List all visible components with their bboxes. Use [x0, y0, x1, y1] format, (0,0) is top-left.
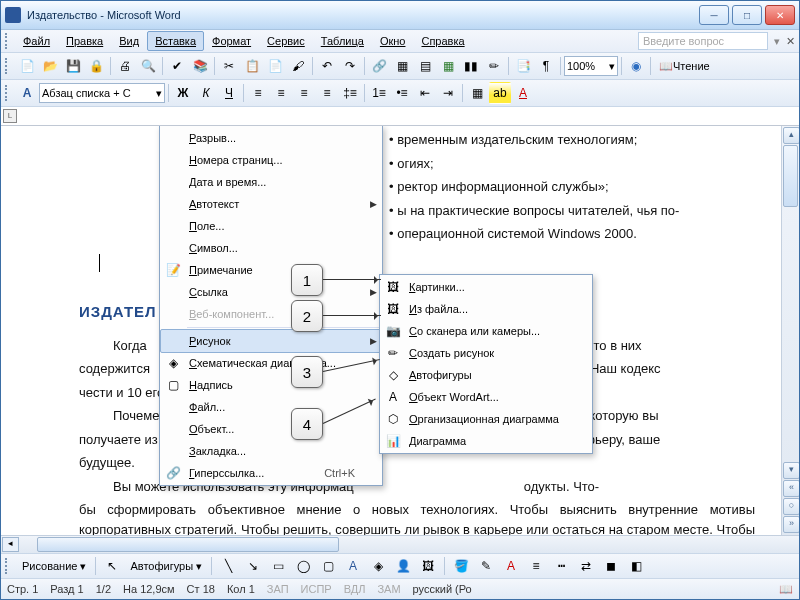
open-icon[interactable]: 📂 — [39, 55, 61, 77]
arrow-style-icon[interactable]: ⇄ — [575, 555, 597, 577]
line-spacing-icon[interactable]: ‡≡ — [339, 82, 361, 104]
copy-icon[interactable]: 📋 — [241, 55, 263, 77]
permission-icon[interactable]: 🔒 — [85, 55, 107, 77]
help-icon[interactable]: ◉ — [625, 55, 647, 77]
toolbar-handle[interactable] — [5, 85, 11, 101]
status-language[interactable]: русский (Ро — [413, 583, 472, 595]
maximize-button[interactable]: □ — [732, 5, 762, 25]
insert-menu-item[interactable]: Веб-компонент... — [161, 303, 381, 325]
font-color-icon[interactable]: A — [512, 82, 534, 104]
scroll-thumb[interactable] — [783, 145, 798, 207]
scroll-left-icon[interactable]: ◂ — [2, 537, 19, 552]
insert-menu-item[interactable]: Разрыв... — [161, 127, 381, 149]
arrow-icon[interactable]: ↘ — [242, 555, 264, 577]
increase-indent-icon[interactable]: ⇥ — [437, 82, 459, 104]
print-icon[interactable]: 🖨 — [114, 55, 136, 77]
menu-view[interactable]: Вид — [111, 31, 147, 51]
scroll-up-icon[interactable]: ▴ — [783, 127, 799, 144]
style-combo[interactable]: Абзац списка + С▾ — [39, 83, 165, 103]
ruler[interactable]: L — [1, 107, 799, 126]
insert-menu-item[interactable]: Файл... — [161, 396, 381, 418]
menu-dropdown-icon[interactable]: ▾ — [774, 35, 780, 48]
line-color-icon[interactable]: ✎ — [475, 555, 497, 577]
preview-icon[interactable]: 🔍 — [137, 55, 159, 77]
status-book-icon[interactable]: 📖 — [779, 583, 793, 596]
clipart-icon[interactable]: 👤 — [392, 555, 414, 577]
redo-icon[interactable]: ↷ — [339, 55, 361, 77]
status-ovr[interactable]: ЗАМ — [377, 583, 400, 595]
menu-edit[interactable]: Правка — [58, 31, 111, 51]
picture-submenu-item[interactable]: 🖼Из файла... — [381, 298, 591, 320]
menu-help[interactable]: Справка — [413, 31, 472, 51]
highlight-icon[interactable]: ab — [489, 82, 511, 104]
line-style-icon[interactable]: ≡ — [525, 555, 547, 577]
menu-close-icon[interactable]: ✕ — [786, 35, 795, 48]
paste-icon[interactable]: 📄 — [264, 55, 286, 77]
insert-menu-item[interactable]: Ссылка▶ — [161, 281, 381, 303]
save-icon[interactable]: 💾 — [62, 55, 84, 77]
format-painter-icon[interactable]: 🖌 — [287, 55, 309, 77]
insert-menu-item[interactable]: Автотекст▶ — [161, 193, 381, 215]
numbered-list-icon[interactable]: 1≡ — [368, 82, 390, 104]
tables-borders-icon[interactable]: ▦ — [391, 55, 413, 77]
columns-icon[interactable]: ▮▮ — [460, 55, 482, 77]
new-icon[interactable]: 📄 — [16, 55, 38, 77]
styles-pane-icon[interactable]: A — [16, 82, 38, 104]
horizontal-scrollbar[interactable]: ◂ — [1, 535, 799, 553]
italic-icon[interactable]: К — [195, 82, 217, 104]
prev-page-icon[interactable]: « — [783, 480, 799, 497]
select-browse-icon[interactable]: ○ — [783, 498, 799, 515]
minimize-button[interactable]: ─ — [699, 5, 729, 25]
hscroll-thumb[interactable] — [37, 537, 339, 552]
hyperlink-icon[interactable]: 🔗 — [368, 55, 390, 77]
excel-icon[interactable]: ▦ — [437, 55, 459, 77]
insert-table-icon[interactable]: ▤ — [414, 55, 436, 77]
spell-icon[interactable]: ✔ — [166, 55, 188, 77]
picture-submenu-item[interactable]: 🖼Картинки... — [381, 276, 591, 298]
insert-menu-item[interactable]: Объект... — [161, 418, 381, 440]
decrease-indent-icon[interactable]: ⇤ — [414, 82, 436, 104]
shadow-icon[interactable]: ◼ — [600, 555, 622, 577]
next-page-icon[interactable]: » — [783, 516, 799, 533]
research-icon[interactable]: 📚 — [189, 55, 211, 77]
scroll-down-icon[interactable]: ▾ — [783, 462, 799, 479]
align-right-icon[interactable]: ≡ — [293, 82, 315, 104]
document-area[interactable]: временным издательским технологиям; огия… — [1, 126, 799, 535]
borders-icon[interactable]: ▦ — [466, 82, 488, 104]
tab-selector[interactable]: L — [3, 109, 17, 123]
line-icon[interactable]: ╲ — [217, 555, 239, 577]
picture-icon[interactable]: 🖼 — [417, 555, 439, 577]
insert-menu-item[interactable]: ◈Схематическая диаграмма... — [161, 352, 381, 374]
toolbar-handle[interactable] — [5, 58, 11, 74]
menu-tools[interactable]: Сервис — [259, 31, 313, 51]
fill-color-icon[interactable]: 🪣 — [450, 555, 472, 577]
rectangle-icon[interactable]: ▭ — [267, 555, 289, 577]
insert-menu-item[interactable]: Рисунок▶ — [160, 329, 382, 353]
insert-menu-item[interactable]: Закладка... — [161, 440, 381, 462]
menu-window[interactable]: Окно — [372, 31, 414, 51]
diagram-icon[interactable]: ◈ — [367, 555, 389, 577]
picture-submenu-item[interactable]: ◇Автофигуры — [381, 364, 591, 386]
menu-file[interactable]: Файл — [15, 31, 58, 51]
toolbar-handle[interactable] — [5, 558, 11, 574]
insert-menu-item[interactable]: 📝Примечание — [161, 259, 381, 281]
bulleted-list-icon[interactable]: •≡ — [391, 82, 413, 104]
font-color-icon[interactable]: A — [500, 555, 522, 577]
menu-table[interactable]: Таблица — [313, 31, 372, 51]
picture-submenu-item[interactable]: 📷Со сканера или камеры... — [381, 320, 591, 342]
status-rec[interactable]: ЗАП — [267, 583, 289, 595]
align-left-icon[interactable]: ≡ — [247, 82, 269, 104]
picture-submenu-item[interactable]: ⬡Организационная диаграмма — [381, 408, 591, 430]
menu-handle[interactable] — [5, 33, 11, 49]
picture-submenu-item[interactable]: ✏Создать рисунок — [381, 342, 591, 364]
close-button[interactable]: ✕ — [765, 5, 795, 25]
insert-menu-item[interactable]: Поле... — [161, 215, 381, 237]
insert-menu-item[interactable]: 🔗Гиперссылка...Ctrl+K — [161, 462, 381, 484]
vertical-scrollbar[interactable]: ▴ ▾ « ○ » — [781, 126, 799, 535]
select-objects-icon[interactable]: ↖ — [101, 555, 123, 577]
status-trk[interactable]: ИСПР — [301, 583, 332, 595]
insert-menu-item[interactable]: ▢Надпись — [161, 374, 381, 396]
zoom-combo[interactable]: 100%▾ — [564, 56, 618, 76]
underline-icon[interactable]: Ч — [218, 82, 240, 104]
menu-format[interactable]: Формат — [204, 31, 259, 51]
